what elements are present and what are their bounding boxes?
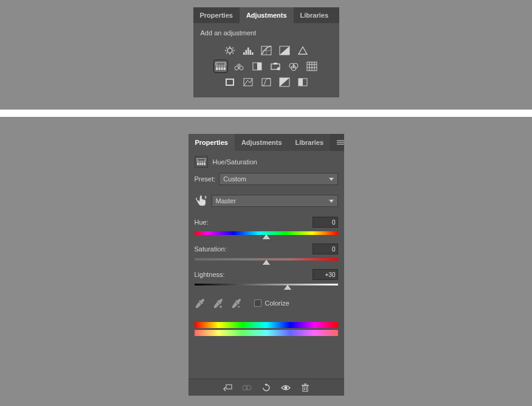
- svg-point-65: [246, 385, 251, 390]
- exposure-icon[interactable]: [278, 45, 291, 56]
- svg-rect-32: [274, 63, 277, 65]
- view-previous-icon[interactable]: [241, 383, 252, 393]
- svg-rect-50: [299, 79, 303, 86]
- svg-rect-11: [247, 47, 249, 55]
- threshold-icon[interactable]: [260, 77, 272, 88]
- hue-strip-output[interactable]: [195, 330, 338, 336]
- visibility-eye-icon[interactable]: [280, 383, 291, 393]
- svg-rect-68: [303, 386, 308, 391]
- targeted-adjustment-icon[interactable]: [195, 194, 208, 208]
- saturation-label: Saturation:: [195, 245, 227, 253]
- tab-adjustments[interactable]: Adjustments: [240, 7, 294, 23]
- color-balance-icon[interactable]: [233, 61, 245, 72]
- eyedropper-minus-icon[interactable]: [231, 298, 242, 309]
- svg-rect-10: [245, 50, 247, 55]
- channel-mixer-icon[interactable]: [288, 61, 300, 72]
- saturation-slider-group: Saturation: 0: [195, 243, 338, 261]
- svg-rect-30: [257, 63, 261, 70]
- tab-properties[interactable]: Properties: [193, 7, 240, 23]
- posterize-icon[interactable]: [242, 77, 254, 88]
- channel-row: Master: [195, 194, 338, 208]
- curves-icon[interactable]: [260, 45, 272, 56]
- svg-point-67: [284, 386, 287, 389]
- svg-marker-48: [280, 78, 289, 86]
- hue-slider-group: Hue: 0: [195, 217, 338, 235]
- hue-thumb[interactable]: [263, 234, 270, 239]
- adjustments-panel: Properties Adjustments Libraries Add an …: [193, 7, 339, 97]
- adjustment-header: Hue/Saturation: [188, 151, 344, 173]
- panel-tabs: Properties Adjustments Libraries: [188, 134, 344, 151]
- invert-icon[interactable]: [224, 77, 236, 88]
- svg-marker-18: [299, 47, 307, 54]
- tab-libraries[interactable]: Libraries: [289, 134, 330, 151]
- selective-color-icon[interactable]: [297, 77, 309, 88]
- svg-line-7: [226, 53, 227, 54]
- colorize-option: Colorize: [254, 299, 289, 307]
- svg-point-33: [277, 68, 280, 71]
- lightness-thumb[interactable]: [284, 285, 291, 290]
- adjustments-section-label: Add an adjustment: [193, 23, 339, 39]
- black-white-icon[interactable]: [251, 61, 263, 72]
- svg-line-5: [226, 47, 227, 49]
- channel-select[interactable]: Master: [212, 195, 338, 207]
- adjustment-icon-grid: [193, 39, 339, 97]
- preset-select[interactable]: Custom: [219, 173, 337, 185]
- svg-rect-13: [252, 52, 254, 55]
- adjustment-name-label: Hue/Saturation: [213, 158, 257, 166]
- lightness-label: Lightness:: [195, 271, 225, 278]
- svg-point-0: [227, 48, 232, 53]
- lightness-slider-group: Lightness: +30: [195, 269, 338, 285]
- hue-input[interactable]: 0: [313, 217, 338, 228]
- panel-tabs: Properties Adjustments Libraries: [193, 7, 339, 23]
- saturation-thumb[interactable]: [263, 260, 270, 265]
- hue-strip-input[interactable]: [195, 322, 338, 328]
- svg-point-25: [235, 66, 238, 70]
- hue-saturation-icon[interactable]: [215, 61, 227, 72]
- eyedropper-plus-icon[interactable]: [213, 298, 224, 309]
- clip-to-layer-icon[interactable]: [222, 383, 233, 393]
- hue-label: Hue:: [195, 219, 209, 226]
- properties-body: Preset: Custom Master Hue: 0 Saturation:: [188, 173, 344, 379]
- eyedropper-icon[interactable]: [195, 298, 206, 309]
- svg-point-26: [240, 66, 243, 70]
- lightness-slider[interactable]: [195, 284, 338, 285]
- saturation-slider[interactable]: [195, 258, 338, 261]
- svg-line-6: [232, 53, 233, 54]
- colorize-checkbox[interactable]: [254, 299, 261, 307]
- hue-range-strips: [195, 322, 338, 336]
- svg-rect-44: [227, 80, 233, 85]
- delete-trash-icon[interactable]: [300, 383, 311, 393]
- preset-row: Preset: Custom: [195, 173, 338, 185]
- svg-marker-66: [264, 383, 267, 386]
- colorize-label: Colorize: [265, 299, 289, 307]
- svg-rect-12: [249, 50, 251, 55]
- photo-filter-icon[interactable]: [269, 61, 282, 72]
- vibrance-icon[interactable]: [297, 45, 309, 56]
- panel-footer: [188, 379, 344, 396]
- svg-rect-9: [243, 52, 245, 55]
- svg-line-8: [232, 47, 233, 49]
- levels-icon[interactable]: [242, 45, 254, 56]
- color-lookup-icon[interactable]: [306, 61, 318, 72]
- hue-saturation-icon: [195, 156, 208, 168]
- svg-rect-45: [244, 79, 252, 86]
- tab-libraries[interactable]: Libraries: [294, 7, 335, 23]
- saturation-input[interactable]: 0: [313, 243, 338, 254]
- properties-panel: Properties Adjustments Libraries Hue/Sat…: [188, 134, 344, 396]
- reset-icon[interactable]: [261, 383, 272, 393]
- hue-slider[interactable]: [195, 231, 338, 235]
- tab-properties[interactable]: Properties: [188, 134, 235, 151]
- preset-label: Preset:: [195, 175, 216, 183]
- panel-menu-icon[interactable]: [330, 134, 351, 151]
- lightness-input[interactable]: +30: [313, 269, 338, 280]
- eyedropper-row: Colorize: [195, 294, 338, 309]
- tab-adjustments[interactable]: Adjustments: [235, 134, 289, 151]
- brightness-contrast-icon[interactable]: [224, 45, 236, 56]
- svg-rect-63: [226, 385, 232, 389]
- gradient-map-icon[interactable]: [278, 77, 291, 88]
